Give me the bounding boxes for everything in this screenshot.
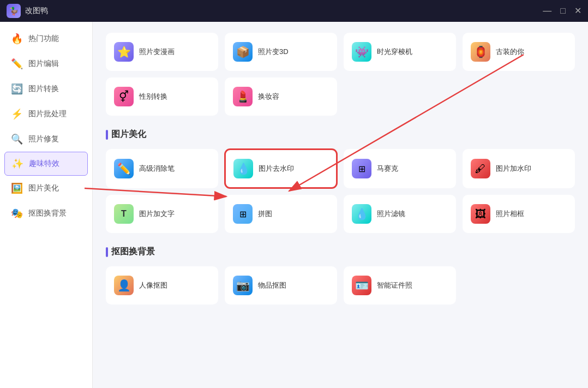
photo-cartoon-icon: ⭐ — [114, 42, 134, 62]
sidebar-label-background: 抠图换背景 — [28, 208, 67, 218]
feature-photo-3d[interactable]: 📦 照片变3D — [225, 33, 337, 71]
add-text-icon: T — [114, 204, 134, 224]
top-features-grid: ⭐ 照片变漫画 📦 照片变3D 👾 时光穿梭机 🏮 古装的你 ⚥ 性别转换 💄 — [106, 33, 575, 116]
sidebar-item-beauty[interactable]: 🖼️ 图片美化 — [0, 176, 92, 201]
photo-frame-label: 照片相框 — [496, 209, 524, 219]
id-photo-icon: 🪪 — [352, 276, 371, 295]
photo-cartoon-label: 照片变漫画 — [139, 47, 175, 57]
convert-icon: 🔄 — [11, 83, 23, 95]
main-layout: 🔥 热门功能 ✏️ 图片编辑 🔄 图片转换 ⚡ 图片批处理 🔍 照片修复 ✨ 趣… — [0, 22, 588, 388]
sidebar-item-repair[interactable]: 🔍 照片修复 — [0, 127, 92, 152]
feature-portrait-cutout[interactable]: 👤 人像抠图 — [106, 266, 218, 305]
logo-icon: 🦆 — [9, 7, 19, 15]
beauty-icon: 🖼️ — [11, 182, 23, 194]
remove-watermark-icon: 💧 — [233, 159, 253, 178]
app-logo: 🦆 — [7, 4, 21, 18]
feature-photo-filter[interactable]: 💧 照片滤镜 — [344, 195, 456, 233]
gender-swap-icon: ⚥ — [114, 87, 134, 106]
section-title-background: 抠图换背景 — [106, 246, 575, 258]
photo-filter-label: 照片滤镜 — [377, 209, 405, 219]
portrait-cutout-icon: 👤 — [114, 276, 134, 295]
sidebar-item-effects[interactable]: ✨ 趣味特效 — [4, 152, 88, 176]
beautify-features-grid: ✏️ 高级消除笔 💧 图片去水印 ⊞ 马赛克 🖋 图片加水印 T 图片加文字 ⊞ — [106, 149, 575, 233]
feature-ancient-costume[interactable]: 🏮 古装的你 — [463, 33, 575, 71]
titlebar-controls: — □ ✕ — [543, 7, 581, 15]
sidebar-item-edit[interactable]: ✏️ 图片编辑 — [0, 51, 92, 76]
feature-id-photo[interactable]: 🪪 智能证件照 — [344, 266, 456, 305]
sidebar-label-batch: 图片批处理 — [28, 109, 67, 119]
feature-photo-cartoon[interactable]: ⭐ 照片变漫画 — [106, 33, 218, 71]
titlebar-left: 🦆 改图鸭 — [7, 4, 48, 18]
content-area: ⭐ 照片变漫画 📦 照片变3D 👾 时光穿梭机 🏮 古装的你 ⚥ 性别转换 💄 — [93, 22, 588, 388]
repair-icon: 🔍 — [11, 133, 23, 145]
id-photo-label: 智能证件照 — [377, 280, 412, 290]
collage-label: 拼图 — [258, 209, 272, 219]
effects-icon: ✨ — [11, 158, 23, 170]
maximize-button[interactable]: □ — [560, 7, 566, 15]
time-machine-icon: 👾 — [352, 42, 371, 62]
sidebar-label-repair: 照片修复 — [28, 134, 59, 144]
eraser-label: 高级消除笔 — [139, 164, 175, 174]
ancient-costume-label: 古装的你 — [496, 47, 524, 57]
sidebar-label-hot: 热门功能 — [28, 34, 59, 44]
hot-icon: 🔥 — [11, 33, 23, 45]
close-button[interactable]: ✕ — [574, 7, 581, 15]
object-cutout-icon: 📷 — [233, 276, 253, 295]
minimize-button[interactable]: — — [543, 7, 551, 15]
gender-swap-label: 性别转换 — [139, 92, 167, 102]
portrait-cutout-label: 人像抠图 — [139, 280, 167, 290]
sidebar-label-convert: 图片转换 — [28, 84, 59, 94]
edit-icon: ✏️ — [11, 58, 23, 70]
sidebar-item-batch[interactable]: ⚡ 图片批处理 — [0, 102, 92, 127]
sidebar-item-convert[interactable]: 🔄 图片转换 — [0, 76, 92, 102]
ancient-costume-icon: 🏮 — [471, 42, 490, 62]
feature-add-text[interactable]: T 图片加文字 — [106, 195, 218, 233]
photo-3d-label: 照片变3D — [258, 47, 289, 57]
add-watermark-icon: 🖋 — [471, 159, 490, 178]
section-title-beautify: 图片美化 — [106, 129, 575, 140]
feature-mosaic[interactable]: ⊞ 马赛克 — [344, 149, 456, 188]
mosaic-icon: ⊞ — [352, 159, 371, 178]
feature-gender-swap[interactable]: ⚥ 性别转换 — [106, 77, 218, 116]
photo-frame-icon: 🖼 — [471, 204, 490, 224]
batch-icon: ⚡ — [11, 108, 23, 120]
remove-watermark-label: 图片去水印 — [259, 164, 294, 174]
app-title: 改图鸭 — [25, 6, 48, 16]
sidebar-item-hot[interactable]: 🔥 热门功能 — [0, 26, 92, 51]
feature-makeup-change[interactable]: 💄 换妆容 — [225, 77, 337, 116]
mosaic-label: 马赛克 — [377, 164, 398, 174]
feature-object-cutout[interactable]: 📷 物品抠图 — [225, 266, 337, 305]
feature-time-machine[interactable]: 👾 时光穿梭机 — [344, 33, 456, 71]
collage-icon: ⊞ — [233, 204, 253, 224]
feature-collage[interactable]: ⊞ 拼图 — [225, 195, 337, 233]
sidebar-item-background[interactable]: 🎭 抠图换背景 — [0, 201, 92, 226]
eraser-icon: ✏️ — [114, 159, 134, 178]
sidebar: 🔥 热门功能 ✏️ 图片编辑 🔄 图片转换 ⚡ 图片批处理 🔍 照片修复 ✨ 趣… — [0, 22, 93, 388]
background-icon: 🎭 — [11, 207, 23, 219]
background-features-grid: 👤 人像抠图 📷 物品抠图 🪪 智能证件照 — [106, 266, 575, 305]
add-text-label: 图片加文字 — [139, 209, 175, 219]
photo-3d-icon: 📦 — [233, 42, 253, 62]
object-cutout-label: 物品抠图 — [258, 280, 286, 290]
feature-remove-watermark[interactable]: 💧 图片去水印 — [225, 149, 337, 188]
feature-photo-frame[interactable]: 🖼 照片相框 — [463, 195, 575, 233]
titlebar: 🦆 改图鸭 — □ ✕ — [0, 0, 588, 22]
sidebar-label-effects: 趣味特效 — [29, 159, 59, 169]
makeup-change-label: 换妆容 — [258, 92, 279, 102]
time-machine-label: 时光穿梭机 — [377, 47, 412, 57]
feature-add-watermark[interactable]: 🖋 图片加水印 — [463, 149, 575, 188]
makeup-change-icon: 💄 — [233, 87, 253, 106]
feature-eraser[interactable]: ✏️ 高级消除笔 — [106, 149, 218, 188]
sidebar-label-edit: 图片编辑 — [28, 59, 59, 69]
sidebar-label-beauty: 图片美化 — [28, 183, 59, 193]
photo-filter-icon: 💧 — [352, 204, 371, 224]
add-watermark-label: 图片加水印 — [496, 164, 531, 174]
